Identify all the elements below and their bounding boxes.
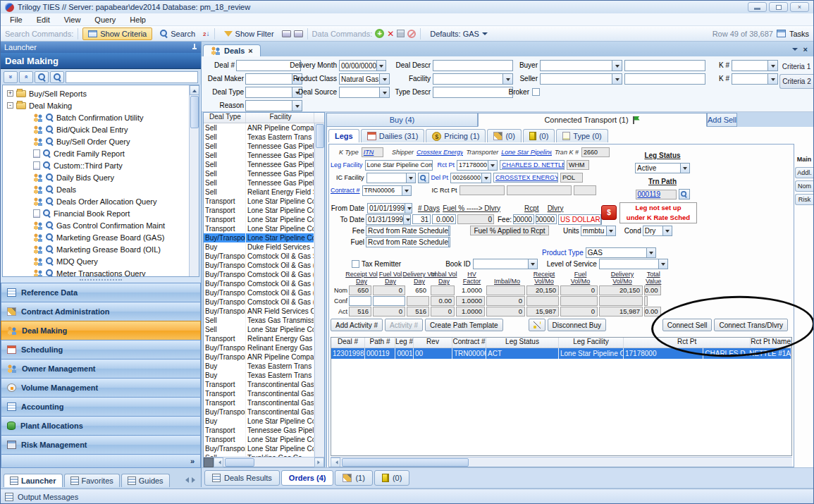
volume-cell[interactable]: 1.0000 <box>456 307 485 316</box>
leg-sub-tab[interactable]: (0) <box>523 129 555 142</box>
path-column-header[interactable]: Contract # <box>452 338 486 348</box>
panel-tab[interactable]: Launcher <box>4 474 63 487</box>
volume-cell[interactable]: 0 <box>560 285 598 295</box>
contract-combo[interactable]: TRN00006 <box>362 185 412 196</box>
output-messages-bar[interactable]: Output Messages <box>1 488 813 504</box>
leg-status-combo[interactable]: Active <box>635 163 690 173</box>
deal-row[interactable]: Sell Tennessee Gas Pipel <box>204 160 314 169</box>
deal-row[interactable]: Transport Transcontinental Gas <box>204 389 314 398</box>
trn-path-lookup-button[interactable] <box>679 189 690 199</box>
criteria1-tab[interactable]: Criteria 1 <box>779 59 813 74</box>
volume-cell[interactable]: 20,150 <box>526 285 559 295</box>
shipper-link[interactable]: Crosstex Energy Servi... <box>417 149 463 156</box>
deal-row[interactable]: Buy/Transpor Comstock Oil & Gas ( <box>204 279 314 288</box>
deal-side-tab[interactable]: Connected Transport (1) <box>478 113 707 127</box>
facility-combo[interactable] <box>433 73 513 85</box>
volume-cell[interactable]: 0 <box>373 285 405 295</box>
connect-sell-button[interactable]: Connect Sell <box>662 319 713 331</box>
defaults-dropdown[interactable]: Defaults: GAS <box>425 28 493 39</box>
pin-icon[interactable] <box>192 44 197 51</box>
deal-side-tab[interactable]: Buy (4) <box>326 113 478 127</box>
legs-side-tab[interactable]: Risk <box>795 194 813 205</box>
add-record-icon[interactable]: + <box>375 29 384 38</box>
panel-tab[interactable]: Favorites <box>64 474 120 487</box>
volume-cell[interactable] <box>349 296 371 306</box>
currency-combo[interactable]: US DOLLAR <box>558 214 602 225</box>
leg-sub-tab[interactable]: Dailies (31) <box>361 129 425 142</box>
panel-tab[interactable]: Guides <box>121 474 170 487</box>
scrollbar-thumb[interactable] <box>342 458 469 467</box>
units-combo[interactable]: mmbtu <box>581 226 616 236</box>
cancel-record-icon[interactable] <box>407 30 416 38</box>
product-class-combo[interactable]: Natural Gas <box>339 73 390 85</box>
launcher-tree-item[interactable]: Deals <box>3 183 189 195</box>
deal-row[interactable]: Sell Tennessee Gas Pipel <box>204 142 314 151</box>
deal-row[interactable]: Transport Lone Star Pipeline Co <box>204 206 314 215</box>
grid-vertical-scrollbar[interactable] <box>314 123 324 457</box>
volume-cell[interactable]: 0 <box>373 307 405 316</box>
deal-source-combo[interactable] <box>339 87 390 98</box>
close-button[interactable]: × <box>790 2 809 12</box>
splitter-box[interactable] <box>204 457 214 467</box>
volume-cell[interactable]: 20,150 <box>599 285 643 295</box>
launcher-tree-item[interactable]: Meter Transactions Query <box>3 267 189 276</box>
deal-row[interactable]: Buy/Transpor Transcontinental Gas <box>204 407 314 417</box>
deal-row[interactable]: Buy Texas Eastern Trans <box>204 371 314 380</box>
days-value[interactable]: 31 <box>412 214 431 224</box>
module-nav-button[interactable]: Scheduling <box>1 340 201 359</box>
module-nav-button[interactable]: Reference Data <box>1 283 201 302</box>
volume-cell[interactable] <box>526 296 559 306</box>
launcher-tree-item[interactable]: Buy/Sell Order Query <box>3 135 189 147</box>
seller-combo[interactable] <box>540 73 622 85</box>
deal-row[interactable]: Buy/Transpor ANR Field Services C <box>204 307 314 316</box>
connect-trans-dlvry-button[interactable]: Connect Trans/Dlvry <box>714 319 788 331</box>
level-of-service-combo[interactable] <box>599 259 668 269</box>
buyer-combo[interactable] <box>540 60 622 71</box>
close-document-icon[interactable]: × <box>803 45 808 54</box>
module-nav-button[interactable]: Contract Administration <box>1 302 201 321</box>
result-tab[interactable]: (1) <box>335 470 372 486</box>
volume-cell[interactable] <box>644 296 648 306</box>
module-nav-button[interactable]: Plant Allocations <box>1 416 201 435</box>
volume-cell[interactable] <box>486 285 525 295</box>
launcher-tree-item[interactable]: Batch Confirmation Utility <box>3 111 189 123</box>
path-column-header[interactable]: Path # <box>365 338 395 348</box>
disconnect-buy-button[interactable]: Disconnect Buy <box>548 319 606 331</box>
deal-row[interactable]: Sell Reliant Energy Field S <box>204 188 314 197</box>
menu-item[interactable]: Edit <box>30 15 56 25</box>
leg-sub-tab[interactable]: Pricing (1) <box>426 129 486 142</box>
volume-cell[interactable]: 516 <box>407 307 429 316</box>
launcher-tree-item[interactable]: Financial Book Report <box>3 207 189 219</box>
deal-row[interactable]: Sell Texas Eastern Trans <box>204 133 314 142</box>
add-activity-button[interactable]: Add Activity # <box>331 319 383 331</box>
rate-dollar-button[interactable]: $ <box>601 205 617 220</box>
volume-cell[interactable]: 15,987 <box>599 307 643 316</box>
path-column-header[interactable]: Rev <box>414 338 452 348</box>
broker-checkbox[interactable] <box>532 88 540 96</box>
legs-side-tab[interactable]: Addl. <box>795 167 813 178</box>
deal-row[interactable]: Buy Texas Eastern Trans <box>204 362 314 371</box>
launcher-tree-item[interactable]: Custom::Third Party <box>3 159 189 171</box>
launcher-tree-item[interactable]: Marketing Grease Board (OIL) <box>3 243 189 255</box>
deal-row[interactable]: Buy/Transpor Comstock Oil & Gas ( <box>204 261 314 270</box>
save-record-icon[interactable] <box>397 30 405 37</box>
volume-cell[interactable] <box>599 296 643 306</box>
k-number-combo[interactable] <box>732 60 778 71</box>
module-nav-button[interactable]: Deal Making <box>1 321 201 340</box>
panel-splitter[interactable] <box>1 277 201 283</box>
minimize-button[interactable] <box>748 2 767 12</box>
tab-scroll-left-icon[interactable] <box>183 477 189 483</box>
deal-descr-input[interactable] <box>433 60 513 71</box>
legs-side-tab[interactable]: Nom <box>795 180 813 192</box>
trn-path-link[interactable]: 000119 <box>636 190 677 199</box>
tab-scroll-right-icon[interactable] <box>192 477 198 483</box>
rct-pt-combo[interactable]: 17178000 <box>457 160 498 171</box>
tax-remitter-checkbox[interactable] <box>352 260 359 268</box>
volume-cell[interactable]: 0.00 <box>644 307 661 316</box>
to-date-combo[interactable]: 01/31/1999 <box>366 214 411 225</box>
scroll-left-icon[interactable] <box>331 457 340 467</box>
sort-icon[interactable]: 2↓ <box>203 30 209 37</box>
path-column-header[interactable]: Rct Pt Name <box>751 338 791 348</box>
deal-row[interactable]: Buy/Transpor Lone Star Pipeline Co <box>204 444 314 453</box>
module-nav-button[interactable]: Accounting <box>1 397 201 416</box>
